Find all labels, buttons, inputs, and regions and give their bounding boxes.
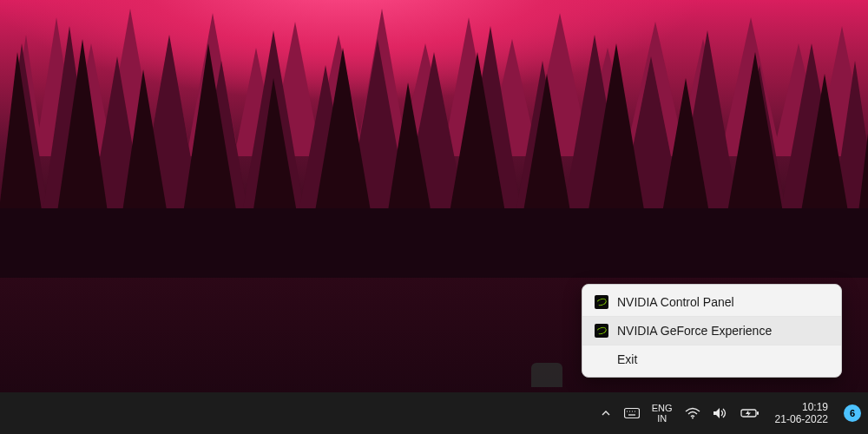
blank-icon [595,352,608,366]
volume-icon [713,407,728,419]
menu-item-exit[interactable]: Exit [582,345,841,373]
touch-keyboard-icon [624,407,640,419]
battery-button[interactable] [740,407,760,419]
language-bottom: IN [657,413,667,424]
svg-rect-61 [757,411,759,415]
nvidia-tray-context-menu: NVIDIA Control Panel NVIDIA GeForce Expe… [582,284,842,378]
clock-time: 10:19 [802,401,828,413]
chevron-up-icon [600,407,612,419]
nvidia-icon [595,295,608,309]
menu-item-nvidia-control-panel[interactable]: NVIDIA Control Panel [582,288,841,317]
svg-marker-59 [713,408,720,418]
language-top: ENG [652,403,673,413]
menu-item-label: NVIDIA GeForce Experience [617,324,772,338]
clock[interactable]: 10:19 21-06-2022 [775,401,828,426]
battery-charging-icon [740,407,760,419]
menu-item-nvidia-geforce-experience[interactable]: NVIDIA GeForce Experience [582,317,841,345]
notification-count: 6 [850,408,855,418]
svg-point-58 [692,418,694,419]
nvidia-icon [595,324,608,338]
system-tray: ENG IN [600,401,861,426]
taskbar: ENG IN [0,392,868,434]
desktop[interactable]: NVIDIA Control Panel NVIDIA GeForce Expe… [0,0,868,434]
touch-keyboard-button[interactable] [624,407,640,419]
menu-item-label: Exit [617,352,637,366]
svg-marker-62 [746,411,751,417]
volume-button[interactable] [713,407,728,419]
menu-item-label: NVIDIA Control Panel [617,295,734,309]
tray-overflow-button[interactable] [600,407,612,419]
clock-date: 21-06-2022 [775,413,828,425]
wifi-button[interactable] [685,407,700,419]
notification-badge[interactable]: 6 [844,404,861,422]
tooltip-stub [531,363,562,387]
svg-rect-52 [624,409,639,418]
wifi-icon [685,407,700,419]
trees-front-layer [0,35,868,278]
language-indicator[interactable]: ENG IN [652,403,673,424]
svg-rect-51 [0,208,868,278]
